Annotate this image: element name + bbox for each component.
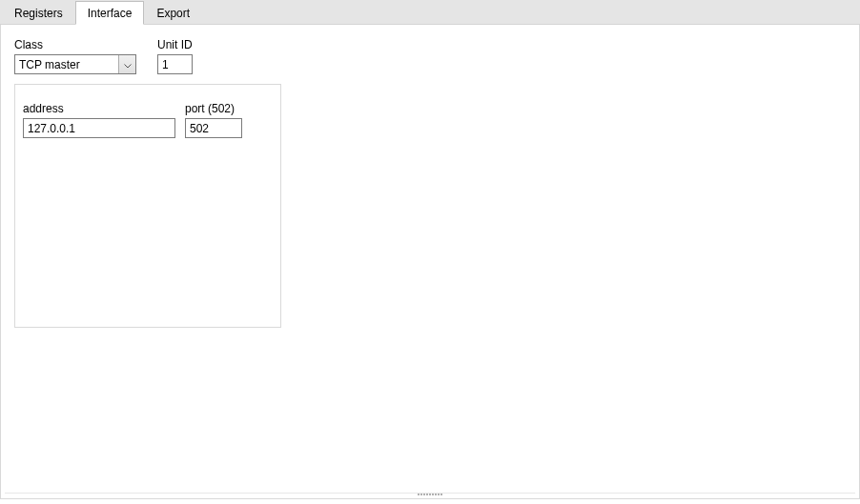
chevron-down-icon	[124, 58, 132, 71]
tab-registers[interactable]: Registers	[2, 2, 75, 24]
class-select[interactable]: TCP master	[14, 54, 136, 74]
tab-interface-label: Interface	[88, 7, 133, 20]
class-label: Class	[14, 38, 136, 51]
tab-export[interactable]: Export	[144, 2, 202, 24]
tab-registers-label: Registers	[14, 7, 63, 20]
address-label: address	[23, 102, 175, 115]
port-field-group: port (502)	[185, 102, 242, 138]
address-field-group: address	[23, 102, 175, 138]
tab-export-label: Export	[156, 7, 190, 20]
content-pane: Class TCP master Unit ID address port (	[0, 25, 860, 499]
tab-bar: Registers Interface Export	[0, 0, 860, 25]
class-field-group: Class TCP master	[14, 38, 136, 74]
panel-row: address port (502)	[23, 102, 273, 138]
unit-id-label: Unit ID	[157, 38, 193, 51]
class-select-button[interactable]	[118, 55, 135, 73]
bottom-divider	[5, 493, 855, 494]
unit-id-field-group: Unit ID	[157, 38, 193, 74]
unit-id-input[interactable]	[157, 54, 193, 74]
address-input[interactable]	[23, 118, 175, 138]
port-label: port (502)	[185, 102, 242, 115]
connection-panel: address port (502)	[14, 84, 281, 328]
class-select-value: TCP master	[15, 55, 118, 73]
port-input[interactable]	[185, 118, 242, 138]
top-row: Class TCP master Unit ID	[14, 38, 846, 74]
tab-interface[interactable]: Interface	[75, 1, 145, 25]
